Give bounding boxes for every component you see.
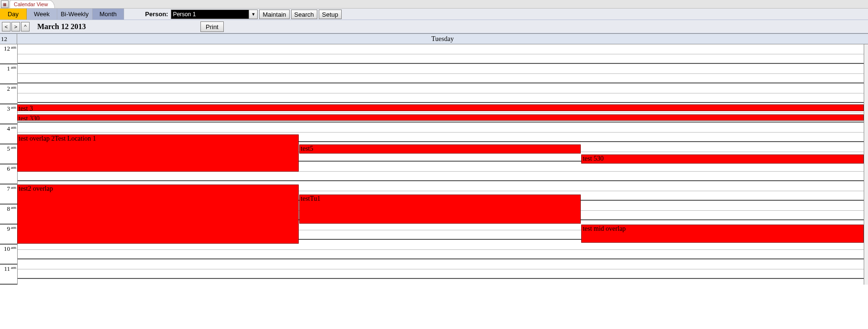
vertical-scrollbar[interactable] (864, 44, 868, 285)
view-tab-day[interactable]: Day (0, 9, 27, 20)
form-tab-calendar-view[interactable]: Calendar View (10, 0, 55, 8)
person-combobox-value[interactable]: Person 1 (171, 10, 249, 19)
events-layer: test 3test 330test overlap 2Test Locatio… (17, 44, 864, 285)
view-tab-biweekly[interactable]: Bi-Weekly (57, 9, 93, 20)
calendar-event[interactable]: test overlap 2Test Location 1 (17, 134, 299, 172)
time-gutter-hour: 7am (0, 185, 17, 205)
person-label: Person: (145, 9, 171, 20)
nav-button-group: < > ^ (2, 22, 30, 31)
time-gutter-hour: 8am (0, 205, 17, 225)
time-gutter-hour: 11am (0, 265, 17, 285)
form-tab-strip: ▦ Calendar View (0, 0, 868, 9)
time-gutter-hour: 12am (0, 44, 17, 64)
view-tab-week[interactable]: Week (27, 9, 57, 20)
date-title: March 12 2013 (37, 22, 86, 31)
calendar-event[interactable]: test5 (299, 144, 581, 154)
day-number-header: 12 (0, 34, 17, 44)
day-name-header: Tuesday (17, 34, 868, 44)
nav-next-button[interactable]: > (11, 22, 20, 31)
print-button[interactable]: Print (200, 21, 224, 32)
chevron-down-icon[interactable]: ▼ (249, 10, 258, 19)
calendar-event[interactable]: test2 overlap (17, 185, 299, 244)
person-combobox[interactable]: Person 1 ▼ (171, 10, 258, 19)
calendar-event[interactable]: test mid overlap (581, 225, 864, 243)
access-form-icon: ▦ (1, 0, 9, 8)
calendar-event[interactable]: test 3 (17, 104, 864, 111)
calendar-toolbar: Day Week Bi-Weekly Month Person: Person … (0, 9, 868, 20)
calendar-day-header: 12 Tuesday (0, 34, 868, 44)
form-tab-label: Calendar View (14, 1, 48, 7)
view-mode-tabs: Day Week Bi-Weekly Month (0, 9, 124, 20)
time-gutter-hour: 9am (0, 225, 17, 245)
time-gutter-hour: 5am (0, 144, 17, 164)
time-gutter-hour: 2am (0, 84, 17, 104)
calendar-header-row: < > ^ March 12 2013 Print (0, 20, 868, 33)
nav-prev-button[interactable]: < (2, 22, 10, 31)
calendar-event[interactable]: test 330 (17, 114, 864, 121)
search-button[interactable]: Search (291, 10, 317, 19)
time-gutter-hour: 3am (0, 104, 17, 124)
toolbar-spacer (124, 9, 145, 20)
calendar-event[interactable]: test 530 (581, 154, 864, 164)
time-gutter-hour: 4am (0, 124, 17, 144)
maintain-button[interactable]: Maintain (259, 10, 289, 19)
calendar-event[interactable]: testTu1 (299, 195, 581, 224)
nav-up-button[interactable]: ^ (21, 22, 30, 31)
setup-button[interactable]: Setup (319, 10, 342, 19)
time-gutter-hour: 6am (0, 164, 17, 185)
time-gutter-hour: 1am (0, 64, 17, 84)
calendar-body: 12am1am2am3am4am5am6am7am8am9am10am11am … (0, 44, 868, 285)
view-tab-month[interactable]: Month (93, 9, 124, 20)
calendar-grid: 12 Tuesday 12am1am2am3am4am5am6am7am8am9… (0, 33, 868, 285)
time-gutter: 12am1am2am3am4am5am6am7am8am9am10am11am (0, 44, 17, 285)
time-gutter-hour: 10am (0, 245, 17, 265)
